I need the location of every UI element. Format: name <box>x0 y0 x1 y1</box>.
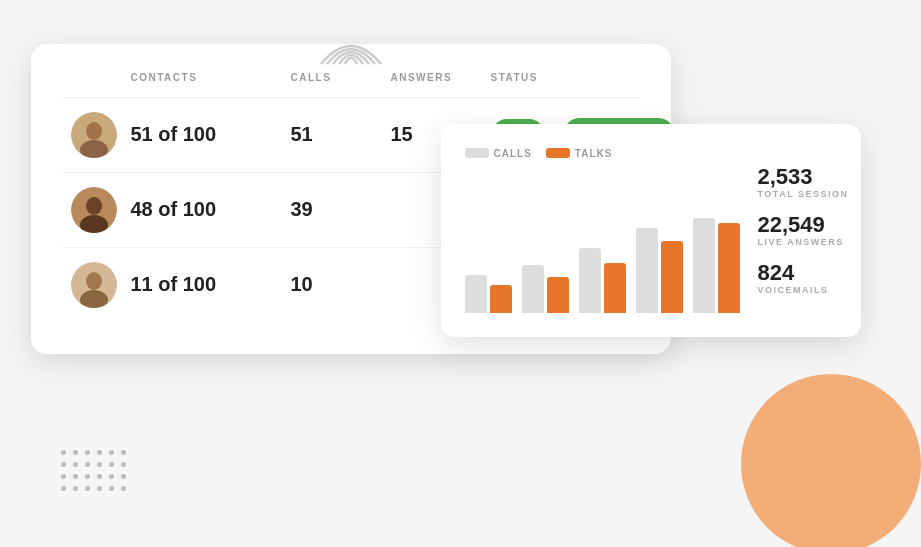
talks-legend-dot <box>546 148 570 158</box>
live-answers-number: 22,549 <box>758 213 878 237</box>
row1-calls: 51 <box>291 123 391 146</box>
stat-live-answers: 22,549 LIVE ANSWERS <box>758 213 878 247</box>
bar-group-5 <box>693 218 740 313</box>
stat-voicemails: 824 VOICEMAILS <box>758 261 878 295</box>
voicemails-number: 824 <box>758 261 878 285</box>
dots-decoration <box>61 450 129 494</box>
chart-card: CALLS TALKS 2,533 TOTAL SESSION 22,549 L… <box>441 124 861 337</box>
col-answers: ANSWERS <box>391 72 491 83</box>
bar-talks-1 <box>490 285 512 313</box>
col-calls: CALLS <box>291 72 391 83</box>
bar-talks-5 <box>718 223 740 313</box>
bar-group-2 <box>522 265 569 313</box>
row3-contacts: 11 of 100 <box>131 273 291 296</box>
bar-group-3 <box>579 248 626 313</box>
scene: CONTACTS CALLS ANSWERS STATUS 51 of 100 … <box>31 24 891 524</box>
person-2-avatar <box>71 187 117 233</box>
bar-chart <box>465 173 740 313</box>
row3-calls: 10 <box>291 273 391 296</box>
decorative-circle <box>741 374 921 548</box>
calls-legend-dot <box>465 148 489 158</box>
bar-calls-5 <box>693 218 715 313</box>
bar-calls-1 <box>465 275 487 313</box>
legend-talks: TALKS <box>546 148 613 159</box>
person-3-avatar <box>71 262 117 308</box>
row2-contacts: 48 of 100 <box>131 198 291 221</box>
total-session-number: 2,533 <box>758 165 878 189</box>
svg-point-7 <box>86 272 102 290</box>
bar-calls-2 <box>522 265 544 313</box>
col-status: STATUS <box>491 72 639 83</box>
chart-legend: CALLS TALKS <box>465 148 740 159</box>
stat-total-session: 2,533 TOTAL SESSION <box>758 165 878 199</box>
voicemails-label: VOICEMAILS <box>758 285 878 295</box>
legend-calls: CALLS <box>465 148 532 159</box>
bar-calls-3 <box>579 248 601 313</box>
person-1-avatar <box>71 112 117 158</box>
bar-calls-4 <box>636 228 658 313</box>
svg-point-4 <box>86 197 102 215</box>
bar-group-4 <box>636 228 683 313</box>
fingerprint-decoration <box>311 26 391 66</box>
table-header: CONTACTS CALLS ANSWERS STATUS <box>63 72 639 83</box>
bar-group-1 <box>465 275 512 313</box>
bar-talks-3 <box>604 263 626 313</box>
chart-area: CALLS TALKS <box>465 148 740 313</box>
total-session-label: TOTAL SESSION <box>758 189 878 199</box>
row2-calls: 39 <box>291 198 391 221</box>
bar-talks-4 <box>661 241 683 313</box>
bar-talks-2 <box>547 277 569 313</box>
row1-contacts: 51 of 100 <box>131 123 291 146</box>
svg-point-1 <box>86 122 102 140</box>
chart-stats: 2,533 TOTAL SESSION 22,549 LIVE ANSWERS … <box>758 148 878 313</box>
col-contacts: CONTACTS <box>131 72 291 83</box>
live-answers-label: LIVE ANSWERS <box>758 237 878 247</box>
